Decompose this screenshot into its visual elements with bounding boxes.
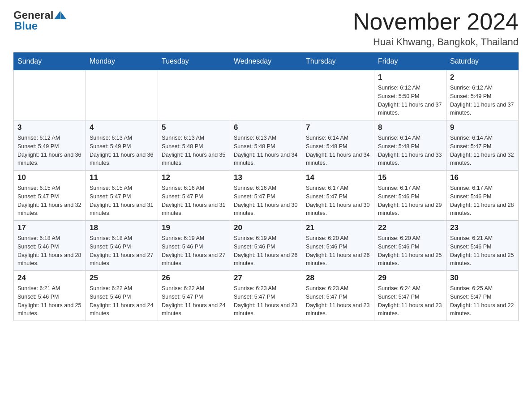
day-info: Sunrise: 6:18 AMSunset: 5:46 PMDaylight:… (90, 234, 154, 268)
day-number: 28 (306, 274, 370, 283)
day-number: 25 (90, 274, 154, 283)
calendar-cell: 4Sunrise: 6:13 AMSunset: 5:49 PMDaylight… (86, 120, 158, 171)
day-info: Sunrise: 6:22 AMSunset: 5:46 PMDaylight:… (90, 284, 154, 318)
calendar-cell: 7Sunrise: 6:14 AMSunset: 5:48 PMDaylight… (302, 120, 374, 171)
day-info: Sunrise: 6:13 AMSunset: 5:48 PMDaylight:… (162, 134, 226, 167)
day-info: Sunrise: 6:21 AMSunset: 5:46 PMDaylight:… (450, 234, 515, 268)
day-info: Sunrise: 6:20 AMSunset: 5:46 PMDaylight:… (306, 234, 370, 268)
day-info: Sunrise: 6:24 AMSunset: 5:47 PMDaylight:… (378, 284, 442, 318)
weekday-header-thursday: Thursday (302, 53, 374, 70)
day-number: 24 (17, 274, 82, 283)
calendar-cell (230, 70, 302, 120)
day-info: Sunrise: 6:13 AMSunset: 5:48 PMDaylight:… (234, 134, 298, 167)
calendar-cell: 5Sunrise: 6:13 AMSunset: 5:48 PMDaylight… (158, 120, 230, 171)
month-title: November 2024 (353, 9, 519, 34)
day-number: 17 (17, 223, 82, 232)
calendar-cell: 27Sunrise: 6:23 AMSunset: 5:47 PMDayligh… (230, 271, 302, 321)
calendar-cell: 20Sunrise: 6:19 AMSunset: 5:46 PMDayligh… (230, 221, 302, 271)
weekday-header-monday: Monday (86, 53, 158, 70)
calendar-cell: 15Sunrise: 6:17 AMSunset: 5:46 PMDayligh… (374, 171, 446, 221)
day-info: Sunrise: 6:12 AMSunset: 5:49 PMDaylight:… (17, 134, 82, 167)
day-number: 11 (90, 173, 154, 182)
calendar-cell (86, 70, 158, 120)
calendar-header-row: SundayMondayTuesdayWednesdayThursdayFrid… (14, 53, 519, 70)
day-info: Sunrise: 6:12 AMSunset: 5:50 PMDaylight:… (378, 84, 442, 117)
calendar-cell: 21Sunrise: 6:20 AMSunset: 5:46 PMDayligh… (302, 221, 374, 271)
day-info: Sunrise: 6:14 AMSunset: 5:48 PMDaylight:… (306, 134, 370, 167)
day-info: Sunrise: 6:13 AMSunset: 5:49 PMDaylight:… (90, 134, 154, 167)
day-info: Sunrise: 6:16 AMSunset: 5:47 PMDaylight:… (162, 184, 226, 218)
calendar-cell: 13Sunrise: 6:16 AMSunset: 5:47 PMDayligh… (230, 171, 302, 221)
calendar-cell: 19Sunrise: 6:19 AMSunset: 5:46 PMDayligh… (158, 221, 230, 271)
calendar-cell: 9Sunrise: 6:14 AMSunset: 5:47 PMDaylight… (446, 120, 519, 171)
day-info: Sunrise: 6:22 AMSunset: 5:47 PMDaylight:… (162, 284, 226, 318)
day-number: 7 (306, 123, 370, 132)
day-info: Sunrise: 6:23 AMSunset: 5:47 PMDaylight:… (306, 284, 370, 318)
calendar-week-5: 24Sunrise: 6:21 AMSunset: 5:46 PMDayligh… (14, 271, 519, 321)
calendar-week-3: 10Sunrise: 6:15 AMSunset: 5:47 PMDayligh… (14, 171, 519, 221)
day-number: 12 (162, 173, 226, 182)
calendar-cell (158, 70, 230, 120)
logo: General Blue (13, 9, 66, 32)
logo-blue-text: Blue (14, 20, 38, 32)
day-number: 29 (378, 274, 442, 283)
day-number: 10 (17, 173, 82, 182)
day-number: 21 (306, 223, 370, 232)
calendar-cell (14, 70, 86, 120)
weekday-header-sunday: Sunday (14, 53, 86, 70)
title-block: November 2024 Huai Khwang, Bangkok, Thai… (353, 9, 519, 48)
calendar-table: SundayMondayTuesdayWednesdayThursdayFrid… (13, 52, 519, 321)
calendar-cell: 26Sunrise: 6:22 AMSunset: 5:47 PMDayligh… (158, 271, 230, 321)
day-number: 26 (162, 274, 226, 283)
calendar-week-1: 1Sunrise: 6:12 AMSunset: 5:50 PMDaylight… (14, 70, 519, 120)
day-info: Sunrise: 6:19 AMSunset: 5:46 PMDaylight:… (234, 234, 298, 268)
calendar-cell: 3Sunrise: 6:12 AMSunset: 5:49 PMDaylight… (14, 120, 86, 171)
day-number: 1 (378, 73, 442, 82)
day-info: Sunrise: 6:21 AMSunset: 5:46 PMDaylight:… (17, 284, 82, 318)
calendar-cell: 11Sunrise: 6:15 AMSunset: 5:47 PMDayligh… (86, 171, 158, 221)
calendar-week-2: 3Sunrise: 6:12 AMSunset: 5:49 PMDaylight… (14, 120, 519, 171)
day-number: 30 (450, 274, 515, 283)
weekday-header-saturday: Saturday (446, 53, 519, 70)
calendar-cell (302, 70, 374, 120)
day-number: 16 (450, 173, 515, 182)
calendar-cell: 8Sunrise: 6:14 AMSunset: 5:48 PMDaylight… (374, 120, 446, 171)
day-info: Sunrise: 6:17 AMSunset: 5:47 PMDaylight:… (306, 184, 370, 218)
calendar-cell: 30Sunrise: 6:25 AMSunset: 5:47 PMDayligh… (446, 271, 519, 321)
page-header: General Blue November 2024 Huai Khwang, … (13, 9, 519, 48)
day-number: 4 (90, 123, 154, 132)
day-info: Sunrise: 6:15 AMSunset: 5:47 PMDaylight:… (17, 184, 82, 218)
day-info: Sunrise: 6:23 AMSunset: 5:47 PMDaylight:… (234, 284, 298, 318)
calendar-cell: 12Sunrise: 6:16 AMSunset: 5:47 PMDayligh… (158, 171, 230, 221)
calendar-cell: 28Sunrise: 6:23 AMSunset: 5:47 PMDayligh… (302, 271, 374, 321)
day-number: 3 (17, 123, 82, 132)
day-number: 23 (450, 223, 515, 232)
day-number: 8 (378, 123, 442, 132)
calendar-cell: 14Sunrise: 6:17 AMSunset: 5:47 PMDayligh… (302, 171, 374, 221)
day-info: Sunrise: 6:19 AMSunset: 5:46 PMDaylight:… (162, 234, 226, 268)
day-info: Sunrise: 6:17 AMSunset: 5:46 PMDaylight:… (378, 184, 442, 218)
day-info: Sunrise: 6:18 AMSunset: 5:46 PMDaylight:… (17, 234, 82, 268)
calendar-cell: 25Sunrise: 6:22 AMSunset: 5:46 PMDayligh… (86, 271, 158, 321)
calendar-cell: 17Sunrise: 6:18 AMSunset: 5:46 PMDayligh… (14, 221, 86, 271)
day-info: Sunrise: 6:14 AMSunset: 5:48 PMDaylight:… (378, 134, 442, 167)
calendar-cell: 22Sunrise: 6:20 AMSunset: 5:46 PMDayligh… (374, 221, 446, 271)
day-number: 9 (450, 123, 515, 132)
day-number: 14 (306, 173, 370, 182)
day-info: Sunrise: 6:17 AMSunset: 5:46 PMDaylight:… (450, 184, 515, 218)
calendar-cell: 1Sunrise: 6:12 AMSunset: 5:50 PMDaylight… (374, 70, 446, 120)
location-subtitle: Huai Khwang, Bangkok, Thailand (353, 36, 519, 48)
weekday-header-friday: Friday (374, 53, 446, 70)
calendar-cell: 6Sunrise: 6:13 AMSunset: 5:48 PMDaylight… (230, 120, 302, 171)
weekday-header-tuesday: Tuesday (158, 53, 230, 70)
day-info: Sunrise: 6:12 AMSunset: 5:49 PMDaylight:… (450, 84, 515, 117)
day-number: 19 (162, 223, 226, 232)
day-number: 20 (234, 223, 298, 232)
calendar-cell: 24Sunrise: 6:21 AMSunset: 5:46 PMDayligh… (14, 271, 86, 321)
calendar-week-4: 17Sunrise: 6:18 AMSunset: 5:46 PMDayligh… (14, 221, 519, 271)
calendar-cell: 29Sunrise: 6:24 AMSunset: 5:47 PMDayligh… (374, 271, 446, 321)
day-info: Sunrise: 6:25 AMSunset: 5:47 PMDaylight:… (450, 284, 515, 318)
day-number: 13 (234, 173, 298, 182)
day-number: 18 (90, 223, 154, 232)
calendar-cell: 2Sunrise: 6:12 AMSunset: 5:49 PMDaylight… (446, 70, 519, 120)
